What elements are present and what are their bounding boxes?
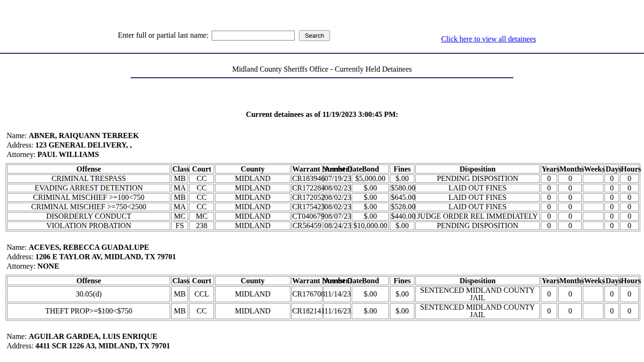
- column-header: Fines: [390, 276, 414, 285]
- charge-cell: CC: [189, 303, 214, 319]
- charge-cell: MB: [171, 174, 188, 183]
- as-of-heading: Current detainees as of 11/19/2023 3:00:…: [0, 110, 644, 119]
- charge-cell: MIDLAND: [215, 184, 290, 192]
- charge-cell: $.00: [352, 203, 389, 211]
- address-line: Address: 123 GENERAL DELIVERY, ,: [7, 140, 644, 150]
- charge-cell: CR182141: [291, 303, 322, 319]
- detainee-attorney: PAUL WILLIAMS: [37, 150, 99, 158]
- search-button[interactable]: Search: [299, 30, 330, 41]
- charge-cell: MIDLAND: [215, 193, 290, 202]
- address-line: Address: 4411 SCR 1226 A3, MIDLAND, TX 7…: [7, 341, 644, 351]
- charge-cell: CR56459: [291, 222, 322, 230]
- charge-cell: CR172284: [291, 184, 322, 192]
- name-label: Name:: [7, 132, 27, 140]
- charge-cell: [583, 193, 603, 202]
- charge-cell: 08/02/23: [323, 184, 351, 192]
- charge-cell: 0: [558, 212, 582, 221]
- charge-cell: CR183946: [291, 174, 322, 183]
- column-header: Warrant Number: [291, 165, 322, 173]
- charges-table: OffenseClassCourtCountyWarrant NumberArr…: [6, 163, 640, 231]
- charges-header-row: OffenseClassCourtCountyWarrant NumberArr…: [7, 276, 639, 285]
- name-line: Name: AGUILAR GARDEA, LUIS ENRIQUE: [7, 332, 644, 341]
- charge-cell: $.00: [352, 184, 389, 192]
- search-bar: Enter full or partial last name: Search …: [0, 0, 644, 43]
- charge-cell: 0: [604, 286, 619, 302]
- charge-cell: MIDLAND: [215, 303, 290, 319]
- name-line: Name: ABNER, RAIQUANN TERREEK: [7, 131, 644, 140]
- charge-cell: 0: [620, 203, 639, 211]
- charge-cell: $.00: [390, 174, 414, 183]
- charge-cell: MIDLAND: [215, 222, 290, 230]
- charge-cell: CR172052: [291, 193, 322, 202]
- charge-cell: 08/07/23: [323, 212, 351, 221]
- charge-cell: CRIMINAL MISCHIEF >=100<750: [7, 193, 170, 202]
- page-title: Midland County Sheriffs Office - Current…: [0, 65, 644, 74]
- charge-cell: EVADING ARREST DETENTION: [7, 184, 170, 192]
- charge-cell: $.00: [352, 303, 389, 319]
- charge-cell: LAID OUT FINES: [415, 184, 540, 192]
- charge-cell: 0: [558, 222, 582, 230]
- detainee-list: Name: ABNER, RAIQUANN TERREEK Address: 1…: [0, 131, 644, 351]
- detainee-address: 123 GENERAL DELIVERY, ,: [35, 141, 132, 149]
- charge-row: CRIMINAL TRESPASSMBCCMIDLANDCR18394607/1…: [7, 174, 639, 183]
- attorney-label: Attorney:: [7, 150, 35, 158]
- column-header: Hours: [620, 276, 639, 285]
- lastname-input[interactable]: [212, 31, 295, 41]
- charge-cell: LAID OUT FINES: [415, 193, 540, 202]
- charge-cell: 0: [604, 303, 619, 319]
- charge-cell: 0: [541, 303, 558, 319]
- attorney-line: Attorney: PAUL WILLIAMS: [7, 150, 644, 159]
- charge-cell: 0: [541, 222, 558, 230]
- charge-cell: [583, 174, 603, 183]
- charge-cell: [583, 184, 603, 192]
- column-header: Court: [189, 165, 214, 173]
- charge-cell: 0: [558, 174, 582, 183]
- charge-cell: $.00: [352, 212, 389, 221]
- column-header: Offense: [7, 276, 170, 285]
- column-header: Disposition: [415, 276, 540, 285]
- charge-cell: 0: [541, 203, 558, 211]
- charge-cell: 0: [541, 212, 558, 221]
- charge-cell: 0: [541, 184, 558, 192]
- charge-cell: [583, 303, 603, 319]
- column-header: Class: [171, 276, 188, 285]
- column-header: Weeks: [583, 165, 603, 173]
- view-all-detainees-link[interactable]: Click here to view all detainees: [441, 35, 536, 43]
- charge-cell: 0: [541, 193, 558, 202]
- attorney-label: Attorney:: [7, 262, 35, 270]
- charge-cell: $10,000.00: [352, 222, 389, 230]
- charge-row: VIOLATION PROBATIONFS238MIDLANDCR5645908…: [7, 222, 639, 230]
- detainee-section: Name: ACEVES, REBECCA GUADALUPE Address:…: [0, 243, 644, 321]
- charge-cell: JUDGE ORDER REL IMMEDIATELY: [415, 212, 540, 221]
- charge-cell: 0: [620, 303, 639, 319]
- charge-cell: 0: [620, 222, 639, 230]
- charges-header-row: OffenseClassCourtCountyWarrant NumberArr…: [7, 165, 639, 173]
- top-divider: [0, 53, 644, 54]
- charge-cell: 0: [604, 184, 619, 192]
- charge-cell: CC: [189, 193, 214, 202]
- search-form: Enter full or partial last name: Search: [118, 30, 330, 41]
- charge-cell: MA: [171, 184, 188, 192]
- address-line: Address: 1206 E TAYLOR AV, MIDLAND, TX 7…: [7, 252, 644, 262]
- detainee-section: Name: ABNER, RAIQUANN TERREEK Address: 1…: [0, 131, 644, 231]
- charge-row: EVADING ARREST DETENTIONMACCMIDLANDCR172…: [7, 184, 639, 192]
- charge-cell: DISORDERLY CONDUCT: [7, 212, 170, 221]
- column-header: Days: [604, 276, 619, 285]
- column-header: Disposition: [415, 165, 540, 173]
- charge-cell: MB: [171, 286, 188, 302]
- charge-cell: PENDING DISPOSITION: [415, 222, 540, 230]
- charge-cell: 0: [604, 222, 619, 230]
- charge-cell: CRIMINAL TRESPASS: [7, 174, 170, 183]
- column-header: Days: [604, 165, 619, 173]
- charge-cell: MIDLAND: [215, 212, 290, 221]
- charge-cell: 08/02/23: [323, 193, 351, 202]
- charge-cell: $.00: [390, 286, 414, 302]
- charge-cell: 0: [604, 203, 619, 211]
- charge-cell: CC: [189, 174, 214, 183]
- charge-cell: $580.00: [390, 184, 414, 192]
- charge-cell: MIDLAND: [215, 286, 290, 302]
- charge-cell: 0: [541, 174, 558, 183]
- column-header: Weeks: [583, 276, 603, 285]
- detainee-name: ABNER, RAIQUANN TERREEK: [29, 132, 139, 140]
- address-label: Address:: [7, 253, 33, 261]
